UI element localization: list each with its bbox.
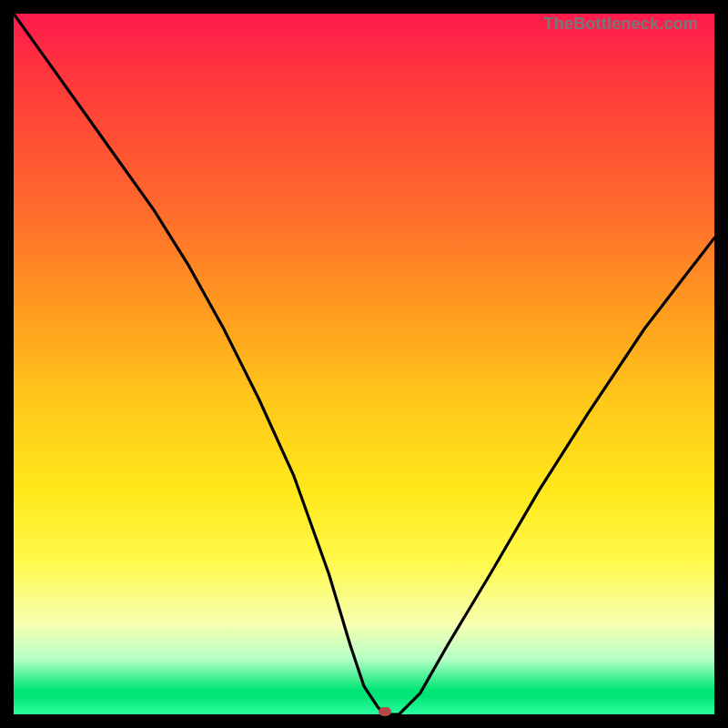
curve-path [14, 14, 714, 714]
chart-frame: TheBottleneck.com [0, 0, 728, 728]
bottleneck-curve [14, 14, 714, 714]
optimal-point-marker [379, 707, 391, 716]
plot-area: TheBottleneck.com [14, 14, 714, 714]
